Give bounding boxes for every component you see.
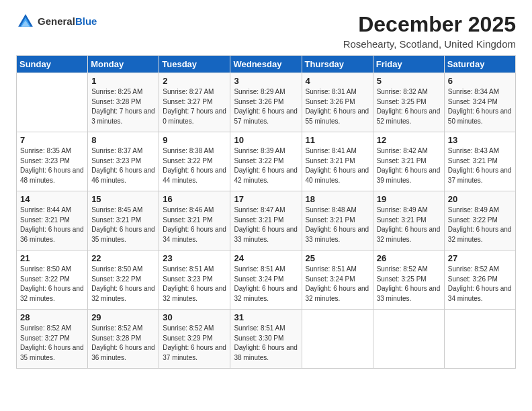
- col-tuesday: Tuesday: [159, 56, 230, 73]
- calendar-cell: 10Sunrise: 8:39 AM Sunset: 3:22 PM Dayli…: [230, 132, 302, 191]
- day-number: 30: [163, 312, 226, 322]
- calendar-week-5: 28Sunrise: 8:52 AM Sunset: 3:27 PM Dayli…: [17, 310, 516, 369]
- calendar-cell: 11Sunrise: 8:41 AM Sunset: 3:21 PM Dayli…: [302, 132, 373, 191]
- calendar-cell: 28Sunrise: 8:52 AM Sunset: 3:27 PM Dayli…: [17, 310, 88, 369]
- calendar-cell: 24Sunrise: 8:51 AM Sunset: 3:24 PM Dayli…: [230, 250, 302, 310]
- calendar-cell: 6Sunrise: 8:34 AM Sunset: 3:24 PM Daylig…: [444, 73, 515, 132]
- header: GeneralBlue December 2025 Rosehearty, Sc…: [16, 12, 516, 50]
- day-detail: Sunrise: 8:48 AM Sunset: 3:21 PM Dayligh…: [306, 205, 369, 244]
- day-detail: Sunrise: 8:46 AM Sunset: 3:21 PM Dayligh…: [163, 205, 226, 244]
- title-block: December 2025 Rosehearty, Scotland, Unit…: [343, 12, 516, 50]
- calendar-cell: 9Sunrise: 8:38 AM Sunset: 3:22 PM Daylig…: [159, 132, 230, 191]
- day-number: 5: [377, 76, 441, 86]
- logo-icon: [16, 12, 35, 31]
- day-detail: Sunrise: 8:32 AM Sunset: 3:25 PM Dayligh…: [377, 87, 441, 126]
- calendar-cell: 19Sunrise: 8:49 AM Sunset: 3:21 PM Dayli…: [373, 191, 444, 250]
- main-title: December 2025: [343, 12, 516, 37]
- day-number: 28: [20, 312, 84, 322]
- calendar-cell: 26Sunrise: 8:52 AM Sunset: 3:25 PM Dayli…: [373, 250, 444, 310]
- day-detail: Sunrise: 8:39 AM Sunset: 3:22 PM Dayligh…: [234, 146, 298, 185]
- col-thursday: Thursday: [302, 56, 373, 73]
- calendar: Sunday Monday Tuesday Wednesday Thursday…: [16, 55, 516, 369]
- subtitle: Rosehearty, Scotland, United Kingdom: [343, 38, 516, 50]
- calendar-cell: 27Sunrise: 8:52 AM Sunset: 3:26 PM Dayli…: [444, 250, 515, 310]
- day-number: 6: [448, 76, 512, 86]
- calendar-cell: 23Sunrise: 8:51 AM Sunset: 3:23 PM Dayli…: [159, 250, 230, 310]
- day-number: 4: [306, 76, 369, 86]
- calendar-cell: 18Sunrise: 8:48 AM Sunset: 3:21 PM Dayli…: [302, 191, 373, 250]
- day-number: 10: [234, 135, 298, 145]
- day-number: 17: [234, 194, 298, 204]
- day-number: 16: [163, 194, 226, 204]
- col-monday: Monday: [88, 56, 159, 73]
- calendar-cell: 7Sunrise: 8:35 AM Sunset: 3:23 PM Daylig…: [17, 132, 88, 191]
- logo-blue: Blue: [75, 15, 97, 27]
- day-number: 1: [91, 76, 155, 86]
- day-detail: Sunrise: 8:51 AM Sunset: 3:24 PM Dayligh…: [306, 265, 369, 304]
- calendar-cell: 17Sunrise: 8:47 AM Sunset: 3:21 PM Dayli…: [230, 191, 302, 250]
- day-detail: Sunrise: 8:29 AM Sunset: 3:26 PM Dayligh…: [234, 87, 298, 126]
- calendar-cell: 31Sunrise: 8:51 AM Sunset: 3:30 PM Dayli…: [230, 310, 302, 369]
- day-number: 12: [377, 135, 441, 145]
- day-number: 24: [234, 253, 298, 263]
- day-detail: Sunrise: 8:37 AM Sunset: 3:23 PM Dayligh…: [91, 146, 155, 185]
- calendar-week-1: 1Sunrise: 8:25 AM Sunset: 3:28 PM Daylig…: [17, 73, 516, 132]
- calendar-cell: 25Sunrise: 8:51 AM Sunset: 3:24 PM Dayli…: [302, 250, 373, 310]
- page: GeneralBlue December 2025 Rosehearty, Sc…: [0, 0, 532, 411]
- day-number: 11: [306, 135, 369, 145]
- day-detail: Sunrise: 8:50 AM Sunset: 3:22 PM Dayligh…: [91, 265, 155, 304]
- logo-text: GeneralBlue: [38, 15, 97, 28]
- col-saturday: Saturday: [444, 56, 515, 73]
- day-detail: Sunrise: 8:52 AM Sunset: 3:26 PM Dayligh…: [448, 265, 512, 304]
- calendar-week-3: 14Sunrise: 8:44 AM Sunset: 3:21 PM Dayli…: [17, 191, 516, 250]
- calendar-cell: 4Sunrise: 8:31 AM Sunset: 3:26 PM Daylig…: [302, 73, 373, 132]
- day-detail: Sunrise: 8:34 AM Sunset: 3:24 PM Dayligh…: [448, 87, 512, 126]
- day-detail: Sunrise: 8:45 AM Sunset: 3:21 PM Dayligh…: [91, 205, 155, 244]
- day-detail: Sunrise: 8:49 AM Sunset: 3:21 PM Dayligh…: [377, 205, 441, 244]
- day-number: 22: [91, 253, 155, 263]
- day-detail: Sunrise: 8:44 AM Sunset: 3:21 PM Dayligh…: [20, 205, 84, 244]
- day-detail: Sunrise: 8:42 AM Sunset: 3:21 PM Dayligh…: [377, 146, 441, 185]
- day-number: 3: [234, 76, 298, 86]
- calendar-cell: 12Sunrise: 8:42 AM Sunset: 3:21 PM Dayli…: [373, 132, 444, 191]
- day-detail: Sunrise: 8:52 AM Sunset: 3:28 PM Dayligh…: [91, 324, 155, 363]
- day-number: 31: [234, 312, 298, 322]
- day-number: 13: [448, 135, 512, 145]
- day-number: 21: [20, 253, 84, 263]
- logo-general: General: [38, 15, 75, 27]
- day-detail: Sunrise: 8:49 AM Sunset: 3:22 PM Dayligh…: [448, 205, 512, 244]
- calendar-week-4: 21Sunrise: 8:50 AM Sunset: 3:22 PM Dayli…: [17, 250, 516, 310]
- day-detail: Sunrise: 8:50 AM Sunset: 3:22 PM Dayligh…: [20, 265, 84, 304]
- col-wednesday: Wednesday: [230, 56, 302, 73]
- calendar-cell: [373, 310, 444, 369]
- day-detail: Sunrise: 8:52 AM Sunset: 3:27 PM Dayligh…: [20, 324, 84, 363]
- calendar-cell: 21Sunrise: 8:50 AM Sunset: 3:22 PM Dayli…: [17, 250, 88, 310]
- calendar-cell: 22Sunrise: 8:50 AM Sunset: 3:22 PM Dayli…: [88, 250, 159, 310]
- col-sunday: Sunday: [17, 56, 88, 73]
- day-number: 7: [20, 135, 84, 145]
- calendar-cell: 8Sunrise: 8:37 AM Sunset: 3:23 PM Daylig…: [88, 132, 159, 191]
- day-detail: Sunrise: 8:47 AM Sunset: 3:21 PM Dayligh…: [234, 205, 298, 244]
- day-number: 9: [163, 135, 226, 145]
- calendar-cell: 14Sunrise: 8:44 AM Sunset: 3:21 PM Dayli…: [17, 191, 88, 250]
- day-detail: Sunrise: 8:43 AM Sunset: 3:21 PM Dayligh…: [448, 146, 512, 185]
- day-number: 26: [377, 253, 441, 263]
- day-number: 25: [306, 253, 369, 263]
- day-detail: Sunrise: 8:31 AM Sunset: 3:26 PM Dayligh…: [306, 87, 369, 126]
- day-detail: Sunrise: 8:51 AM Sunset: 3:24 PM Dayligh…: [234, 265, 298, 304]
- day-number: 2: [163, 76, 226, 86]
- calendar-cell: 16Sunrise: 8:46 AM Sunset: 3:21 PM Dayli…: [159, 191, 230, 250]
- calendar-cell: 29Sunrise: 8:52 AM Sunset: 3:28 PM Dayli…: [88, 310, 159, 369]
- day-detail: Sunrise: 8:25 AM Sunset: 3:28 PM Dayligh…: [91, 87, 155, 126]
- day-detail: Sunrise: 8:35 AM Sunset: 3:23 PM Dayligh…: [20, 146, 84, 185]
- calendar-cell: [17, 73, 88, 132]
- day-number: 20: [448, 194, 512, 204]
- calendar-cell: [444, 310, 515, 369]
- day-detail: Sunrise: 8:38 AM Sunset: 3:22 PM Dayligh…: [163, 146, 226, 185]
- day-detail: Sunrise: 8:41 AM Sunset: 3:21 PM Dayligh…: [306, 146, 369, 185]
- day-number: 23: [163, 253, 226, 263]
- logo: GeneralBlue: [16, 12, 97, 31]
- day-number: 18: [306, 194, 369, 204]
- day-detail: Sunrise: 8:52 AM Sunset: 3:29 PM Dayligh…: [163, 324, 226, 363]
- day-detail: Sunrise: 8:51 AM Sunset: 3:30 PM Dayligh…: [234, 324, 298, 363]
